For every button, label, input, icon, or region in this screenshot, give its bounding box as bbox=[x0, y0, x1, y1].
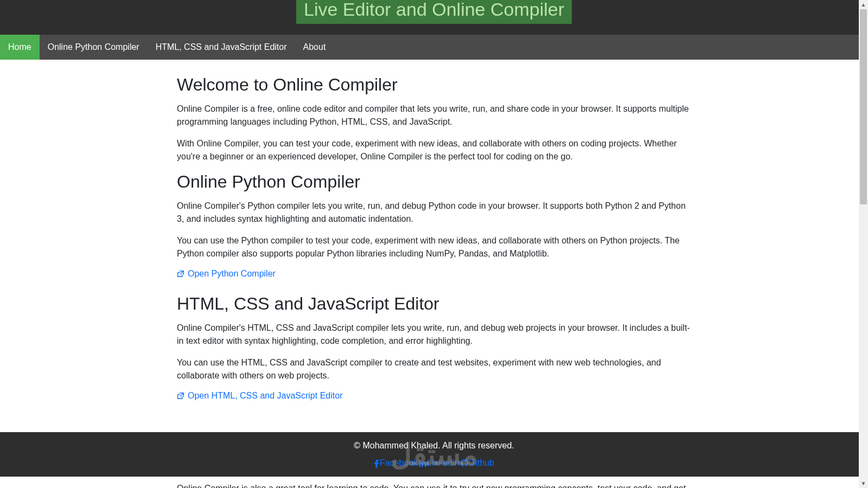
github-label: Github bbox=[469, 458, 494, 468]
linkedin-label: Linkedin bbox=[427, 458, 459, 468]
open-python-compiler-label: Open Python Compiler bbox=[188, 269, 276, 279]
linkedin-icon bbox=[419, 459, 426, 467]
scrollbar-thumb[interactable] bbox=[860, 9, 867, 204]
copyright-text: © Mohammed Khaled. All rights reserved. bbox=[0, 441, 868, 451]
scrollbar-down-arrow-icon[interactable]: ▼ bbox=[859, 479, 868, 488]
nav-about[interactable]: About bbox=[295, 35, 334, 60]
linkedin-link[interactable]: Linkedin bbox=[419, 458, 459, 468]
html-paragraph-2: You can use the HTML, CSS and JavaScript… bbox=[177, 356, 691, 382]
about-paragraph-1: Online Compiler is also a great tool for… bbox=[177, 482, 691, 488]
open-html-editor-label: Open HTML, CSS and JavaScript Editor bbox=[188, 391, 342, 401]
nav-python-compiler[interactable]: Online Python Compiler bbox=[40, 35, 148, 60]
html-heading: HTML, CSS and JavaScript Editor bbox=[177, 294, 691, 314]
nav-html-editor[interactable]: HTML, CSS and JavaScript Editor bbox=[148, 35, 295, 60]
python-paragraph-1: Online Compiler's Python compiler lets y… bbox=[177, 200, 691, 226]
open-html-editor-link[interactable]: Open HTML, CSS and JavaScript Editor bbox=[177, 391, 342, 401]
facebook-link[interactable]: Facebook bbox=[374, 458, 418, 468]
welcome-paragraph-1: Online Compiler is a free, online code e… bbox=[177, 102, 691, 129]
main-nav: Home Online Python Compiler HTML, CSS an… bbox=[0, 35, 868, 60]
nav-home[interactable]: Home bbox=[0, 35, 40, 60]
main-content: Welcome to Online Compiler Online Compil… bbox=[168, 60, 700, 432]
python-paragraph-2: You can use the Python compiler to test … bbox=[177, 234, 691, 260]
facebook-icon bbox=[374, 459, 379, 467]
footer-social-links: Facebook Linkedin Github bbox=[0, 458, 868, 468]
welcome-heading: Welcome to Online Compiler bbox=[177, 75, 691, 95]
welcome-paragraph-2: With Online Compiler, you can test your … bbox=[177, 137, 691, 163]
external-link-icon bbox=[177, 392, 184, 400]
page-header: Live Editor and Online Compiler bbox=[0, 0, 868, 35]
html-paragraph-1: Online Compiler's HTML, CSS and JavaScri… bbox=[177, 322, 691, 348]
open-python-compiler-link[interactable]: Open Python Compiler bbox=[177, 269, 276, 279]
github-icon bbox=[461, 459, 468, 467]
python-heading: Online Python Compiler bbox=[177, 172, 691, 192]
page-footer: مستقل © Mohammed Khaled. All rights rese… bbox=[0, 432, 868, 477]
below-footer-content: Online Compiler is also a great tool for… bbox=[168, 477, 700, 488]
site-title: Live Editor and Online Compiler bbox=[296, 0, 572, 24]
external-link-icon bbox=[177, 270, 184, 278]
scrollbar-up-arrow-icon[interactable]: ▲ bbox=[859, 0, 868, 9]
github-link[interactable]: Github bbox=[461, 458, 494, 468]
vertical-scrollbar[interactable]: ▲ ▼ bbox=[859, 0, 868, 488]
facebook-label: Facebook bbox=[380, 458, 418, 468]
